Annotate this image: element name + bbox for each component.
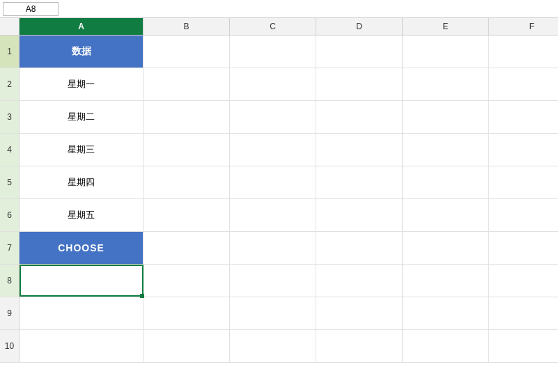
corner-header	[0, 18, 20, 35]
cell-9-C[interactable]	[230, 297, 316, 329]
row-number-10: 10	[0, 330, 20, 362]
cell-2-B[interactable]	[144, 68, 230, 100]
cell-6-B[interactable]	[144, 199, 230, 231]
cell-6-A[interactable]: 星期五	[20, 199, 144, 231]
cell-10-A[interactable]	[20, 330, 144, 362]
cell-5-E[interactable]	[403, 166, 489, 198]
cell-6-E[interactable]	[403, 199, 489, 231]
cell-4-F[interactable]	[489, 134, 558, 166]
cell-4-E[interactable]	[403, 134, 489, 166]
cell-4-D[interactable]	[316, 134, 403, 166]
table-row: 2星期一	[0, 68, 558, 101]
table-row: 4星期三	[0, 134, 558, 166]
cell-2-C[interactable]	[230, 68, 316, 100]
cell-3-F[interactable]	[489, 101, 558, 133]
row-number-4: 4	[0, 134, 20, 166]
table-row: 5星期四	[0, 166, 558, 199]
row-number-8: 8	[0, 265, 20, 297]
cell-2-F[interactable]	[489, 68, 558, 100]
table-row: 1数据	[0, 36, 558, 68]
cell-8-A[interactable]	[20, 265, 144, 297]
cell-7-B[interactable]	[144, 232, 230, 264]
cell-3-A[interactable]: 星期二	[20, 101, 144, 133]
table-row: 9	[0, 297, 558, 330]
cell-1-C[interactable]	[230, 36, 316, 68]
cancel-button[interactable]	[61, 3, 74, 15]
cell-3-B[interactable]	[144, 101, 230, 133]
cell-7-F[interactable]	[489, 232, 558, 264]
col-header-c[interactable]: C	[230, 18, 316, 35]
cell-5-B[interactable]	[144, 166, 230, 198]
cell-5-C[interactable]	[230, 166, 316, 198]
cell-6-D[interactable]	[316, 199, 403, 231]
col-header-a[interactable]: A	[20, 18, 144, 35]
cell-resize-handle[interactable]	[140, 294, 144, 298]
cell-9-A[interactable]	[20, 297, 144, 329]
table-row: 10	[0, 330, 558, 363]
cell-reference-box[interactable]	[3, 2, 59, 16]
cell-2-D[interactable]	[316, 68, 403, 100]
cell-5-F[interactable]	[489, 166, 558, 198]
cell-10-D[interactable]	[316, 330, 403, 362]
cell-9-E[interactable]	[403, 297, 489, 329]
formula-bar	[0, 0, 558, 18]
row-number-3: 3	[0, 101, 20, 133]
spreadsheet: ABCDEF 1数据2星期一3星期二4星期三5星期四6星期五7CHOOSE891…	[0, 18, 558, 392]
row-number-1: 1	[0, 36, 20, 68]
cell-3-E[interactable]	[403, 101, 489, 133]
cell-2-E[interactable]	[403, 68, 489, 100]
cell-1-F[interactable]	[489, 36, 558, 68]
cell-5-A[interactable]: 星期四	[20, 166, 144, 198]
cell-4-B[interactable]	[144, 134, 230, 166]
cell-10-E[interactable]	[403, 330, 489, 362]
rows-container: 1数据2星期一3星期二4星期三5星期四6星期五7CHOOSE8910	[0, 36, 558, 392]
cell-4-C[interactable]	[230, 134, 316, 166]
cell-8-B[interactable]	[144, 265, 230, 297]
col-header-f[interactable]: F	[489, 18, 558, 35]
cell-1-A[interactable]: 数据	[20, 36, 144, 68]
row-number-5: 5	[0, 166, 20, 198]
row-number-7: 7	[0, 232, 20, 264]
cell-9-B[interactable]	[144, 297, 230, 329]
row-number-9: 9	[0, 297, 20, 329]
col-header-e[interactable]: E	[403, 18, 489, 35]
column-headers: ABCDEF	[0, 18, 558, 36]
row-number-2: 2	[0, 68, 20, 100]
cell-10-F[interactable]	[489, 330, 558, 362]
cell-1-B[interactable]	[144, 36, 230, 68]
cell-2-A[interactable]: 星期一	[20, 68, 144, 100]
cell-7-D[interactable]	[316, 232, 403, 264]
cell-7-E[interactable]	[403, 232, 489, 264]
cell-8-F[interactable]	[489, 265, 558, 297]
cell-3-C[interactable]	[230, 101, 316, 133]
fx-button[interactable]	[92, 3, 104, 15]
cell-6-F[interactable]	[489, 199, 558, 231]
cell-3-D[interactable]	[316, 101, 403, 133]
cell-9-F[interactable]	[489, 297, 558, 329]
cell-7-A[interactable]: CHOOSE	[20, 232, 144, 264]
cell-10-C[interactable]	[230, 330, 316, 362]
cell-7-C[interactable]	[230, 232, 316, 264]
col-header-d[interactable]: D	[316, 18, 403, 35]
row-number-6: 6	[0, 199, 20, 231]
cell-6-C[interactable]	[230, 199, 316, 231]
table-row: 6星期五	[0, 199, 558, 232]
cell-5-D[interactable]	[316, 166, 403, 198]
cell-8-C[interactable]	[230, 265, 316, 297]
col-header-b[interactable]: B	[144, 18, 230, 35]
cell-1-E[interactable]	[403, 36, 489, 68]
confirm-button[interactable]	[77, 3, 89, 15]
cell-8-E[interactable]	[403, 265, 489, 297]
cell-9-D[interactable]	[316, 297, 403, 329]
table-row: 8	[0, 265, 558, 297]
table-row: 7CHOOSE	[0, 232, 558, 265]
cell-8-D[interactable]	[316, 265, 403, 297]
table-row: 3星期二	[0, 101, 558, 134]
cell-10-B[interactable]	[144, 330, 230, 362]
formula-input[interactable]	[107, 2, 555, 16]
cell-4-A[interactable]: 星期三	[20, 134, 144, 166]
cell-1-D[interactable]	[316, 36, 403, 68]
